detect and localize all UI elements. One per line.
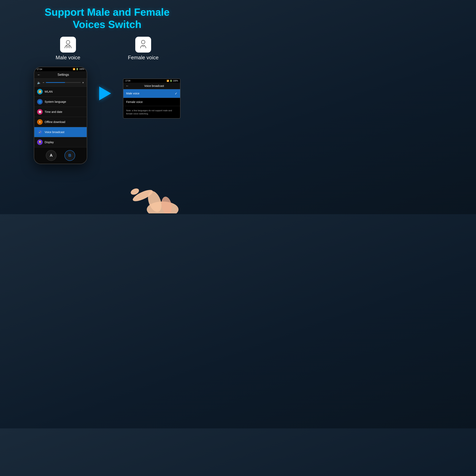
settings-title: Settings — [43, 73, 84, 77]
button-b[interactable]: B — [65, 150, 75, 161]
phone-time: 17:04 — [37, 68, 42, 70]
wlan-label: WLAN — [45, 90, 52, 93]
male-voice-icon-box — [60, 37, 76, 52]
page-title: Support Male and Female Voices Switch — [0, 0, 214, 35]
button-a[interactable]: A — [46, 150, 56, 161]
settings-list: 📶 WLAN 🌐 System language 🕐 Time and date — [34, 87, 87, 147]
title-line2: Voices Switch — [73, 19, 141, 30]
female-voice-item: Female voice — [128, 37, 159, 61]
voice-broadcast-icon: 🔊 — [37, 129, 43, 135]
time-date-label: Time and date — [45, 110, 62, 113]
male-voice-label: Male voice — [56, 54, 80, 61]
display-label: Display — [45, 141, 54, 144]
vs-male-voice-option[interactable]: Male voice ✓ — [123, 89, 180, 98]
vs-battery-icon: 🔋 — [170, 80, 172, 82]
settings-item-wlan[interactable]: 📶 WLAN — [34, 87, 87, 97]
phone-screen: 17:04 📶 🔋 100% ← Settings 🔈 − + — [34, 67, 87, 147]
female-voice-icon-box — [135, 37, 151, 52]
settings-item-system-language[interactable]: 🌐 System language — [34, 97, 87, 107]
volume-minus-button[interactable]: − — [43, 81, 44, 84]
globe-icon: 🌐 — [37, 99, 43, 104]
offline-download-label: Offline download — [45, 120, 65, 124]
battery-percent: 100% — [79, 68, 84, 70]
vs-wifi-icon: 📶 — [167, 80, 169, 82]
female-figure-icon — [138, 39, 149, 50]
battery-icon: 🔋 — [76, 68, 78, 70]
clock-icon: 🕐 — [37, 109, 43, 115]
settings-item-offline-download[interactable]: ⬇ Offline download — [34, 117, 87, 127]
volume-icon: 🔈 — [37, 81, 41, 85]
male-figure-icon — [63, 39, 74, 50]
male-voice-item: Male voice — [56, 37, 80, 61]
svg-point-8 — [145, 189, 164, 213]
svg-point-10 — [132, 188, 154, 203]
volume-slider[interactable] — [46, 82, 81, 83]
vs-female-voice-option[interactable]: Female voice — [123, 98, 180, 106]
svg-rect-0 — [63, 39, 74, 50]
display-icon: 💡 — [37, 139, 43, 145]
vs-female-voice-label: Female voice — [126, 100, 143, 103]
title-line1: Support Male and Female — [45, 6, 170, 18]
arrow-right-icon — [99, 86, 111, 100]
vs-checkmark-icon: ✓ — [175, 92, 177, 95]
voice-broadcast-panel: 17:04 📶 🔋 100% ← Voice broadcast Male vo… — [123, 79, 181, 119]
vs-status-bar: 17:04 📶 🔋 100% — [123, 79, 180, 83]
hand-icon — [123, 174, 178, 213]
vs-header: ← Voice broadcast — [123, 83, 180, 89]
settings-item-time-date[interactable]: 🕐 Time and date — [34, 107, 87, 117]
arrow-container — [99, 86, 111, 100]
voice-broadcast-label: Voice broadcast — [45, 131, 65, 134]
phone-header: ← Settings — [34, 71, 87, 79]
vs-title: Voice broadcast — [131, 84, 178, 87]
phone-mockup: 17:04 📶 🔋 100% ← Settings 🔈 − + — [34, 67, 87, 164]
vs-male-voice-label: Male voice — [126, 92, 139, 95]
svg-point-7 — [147, 202, 178, 213]
wifi-icon: 📶 — [73, 68, 75, 70]
phone-buttons: A B — [34, 147, 87, 164]
download-icon: ⬇ — [37, 119, 43, 125]
vs-note-text: Note: a few languages do not support mal… — [126, 109, 172, 115]
svg-point-9 — [160, 196, 173, 213]
vs-time: 17:04 — [125, 80, 130, 82]
volume-plus-button[interactable]: + — [82, 81, 84, 84]
svg-point-11 — [130, 187, 140, 196]
vs-battery-percent: 100% — [173, 80, 178, 82]
settings-item-display[interactable]: 💡 Display — [34, 137, 87, 147]
settings-item-voice-broadcast[interactable]: 🔊 Voice broadcast — [34, 127, 87, 137]
wlan-icon: 📶 — [37, 89, 43, 94]
female-voice-label: Female voice — [128, 54, 159, 61]
vs-note: Note: a few languages do not support mal… — [123, 106, 180, 118]
vs-back-button[interactable]: ← — [126, 84, 129, 88]
back-button[interactable]: ← — [37, 73, 41, 77]
voice-broadcast-screen: 17:04 📶 🔋 100% ← Voice broadcast Male vo… — [123, 79, 181, 119]
svg-rect-5 — [138, 39, 149, 50]
volume-row: 🔈 − + — [34, 79, 87, 87]
system-language-label: System language — [45, 100, 66, 103]
volume-fill — [46, 82, 65, 83]
phone-status-bar: 17:04 📶 🔋 100% — [34, 67, 87, 71]
